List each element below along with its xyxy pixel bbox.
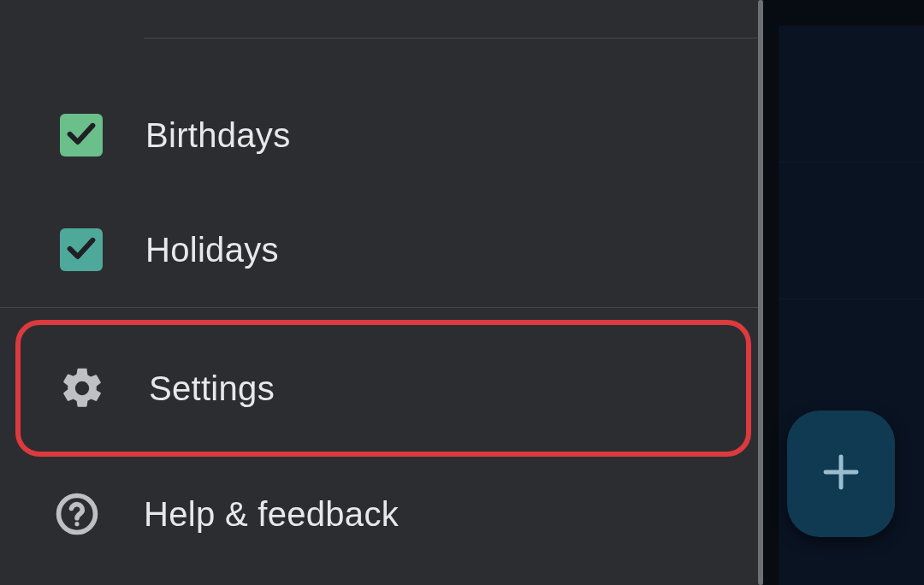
menu-item-help[interactable]: Help & feedback [0,457,763,571]
checkbox-birthdays[interactable] [60,114,103,157]
help-icon [53,490,101,538]
svg-point-3 [74,522,79,526]
add-event-fab[interactable] [787,411,895,537]
calendar-item-holidays[interactable]: Holidays [0,192,763,307]
calendar-label: Holidays [145,231,279,269]
navigation-drawer: Birthdays Holidays Settings [0,0,763,585]
check-icon [64,231,98,269]
check-icon [64,116,98,154]
calendars-section: Birthdays Holidays [0,38,763,307]
calendar-label: Birthdays [145,116,290,155]
gear-icon [58,364,106,412]
menu-label: Settings [149,369,275,408]
drawer-scrollbar[interactable] [758,0,763,585]
menu-item-settings[interactable]: Settings [15,320,751,457]
checkbox-holidays[interactable] [60,228,103,271]
plus-icon [818,449,864,499]
calendar-item-birthdays[interactable]: Birthdays [0,78,763,192]
menu-label: Help & feedback [144,495,399,534]
bg-row [779,26,924,162]
menu-section: Settings Help & feedback [0,308,763,571]
bg-row [779,162,924,299]
